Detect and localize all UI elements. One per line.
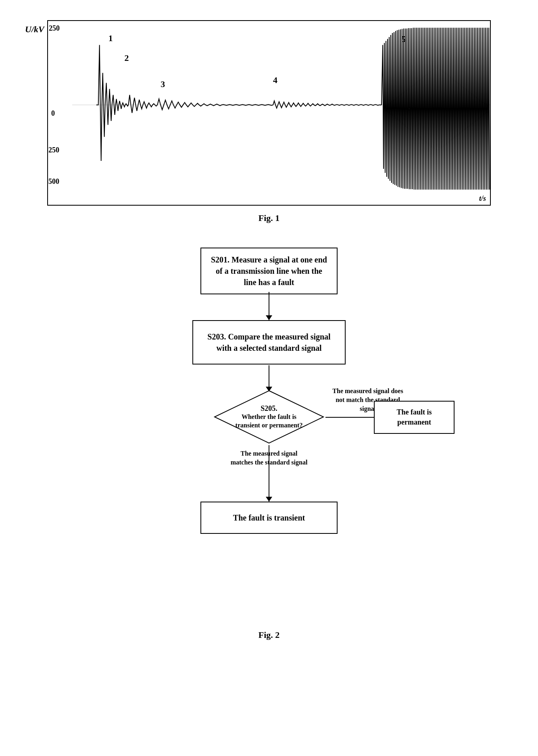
y-tick-n250: -250	[47, 146, 59, 154]
box-s203-text: S203. Compare the measured signal with a…	[201, 331, 337, 354]
svg-text:4: 4	[273, 75, 277, 85]
chart-container: U/kV 250 0 -250 -500 t/s 1 2 3 4	[47, 20, 491, 206]
box-s201: S201. Measure a signal at one end of a t…	[200, 248, 338, 294]
box-transient-text: The fault is transient	[233, 512, 305, 523]
box-s201-text: S201. Measure a signal at one end of a t…	[209, 254, 329, 288]
svg-text:1: 1	[108, 33, 113, 43]
box-s203: S203. Compare the measured signal with a…	[192, 320, 346, 364]
flowchart: S201. Measure a signal at one end of a t…	[47, 240, 491, 623]
box-permanent: The fault is permanent	[374, 401, 455, 434]
fig2-label: Fig. 2	[259, 630, 280, 640]
y-tick-250: 250	[49, 24, 60, 33]
svg-text:2: 2	[125, 53, 129, 63]
arrow-2	[269, 365, 269, 392]
y-axis-label: U/kV	[25, 24, 44, 35]
y-tick-0: 0	[51, 109, 55, 118]
waveform-svg: 1 2 3 4 5	[72, 21, 490, 205]
chart-area: 250 0 -250 -500 t/s 1 2 3 4 5	[47, 20, 491, 206]
diamond-text: Whether the fault is transient or perman…	[229, 413, 309, 430]
diamond-text-container: S205. Whether the fault is transient or …	[213, 389, 325, 445]
diamond-s205: S205. Whether the fault is transient or …	[213, 389, 325, 445]
box-permanent-text: The fault is permanent	[383, 407, 446, 427]
svg-text:3: 3	[161, 79, 165, 89]
fig1-label: Fig. 1	[259, 213, 280, 223]
diamond-step: S205.	[261, 404, 277, 413]
label-match: The measured signal matches the standard…	[229, 449, 309, 467]
y-tick-n500: -500	[47, 177, 59, 186]
box-transient: The fault is transient	[200, 502, 338, 534]
arrow-1	[269, 292, 269, 320]
flowchart-wrapper: S201. Measure a signal at one end of a t…	[47, 240, 491, 623]
